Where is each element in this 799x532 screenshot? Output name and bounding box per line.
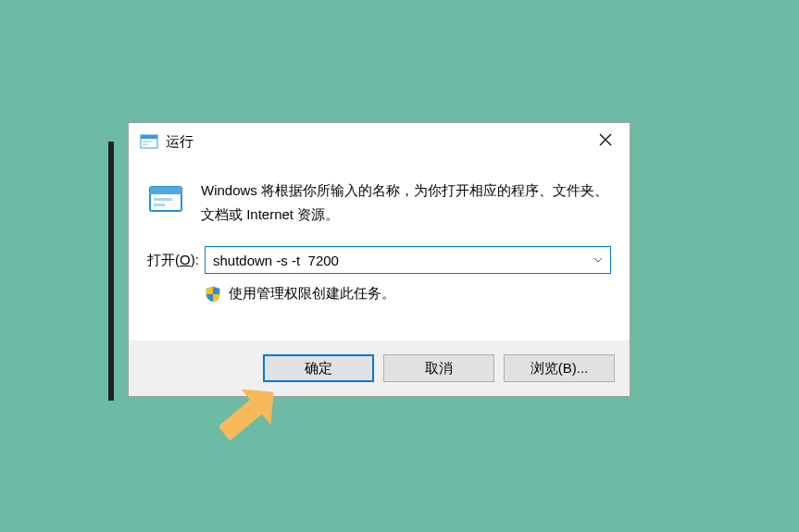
svg-marker-8	[219, 389, 284, 444]
svg-rect-3	[143, 143, 148, 145]
shield-icon	[205, 286, 221, 303]
dialog-body: Windows 将根据你所输入的名称，为你打开相应的程序、文件夹、文档或 Int…	[129, 160, 630, 303]
cancel-button[interactable]: 取消	[383, 354, 494, 382]
run-dialog: 运行 Windows 将根据你所输入的名称，为你打开相应的程序、文件夹、文档或 …	[128, 122, 630, 397]
chevron-down-icon[interactable]	[590, 257, 606, 263]
titlebar[interactable]: 运行	[129, 123, 630, 160]
background-window-edge	[108, 142, 114, 401]
open-input[interactable]	[213, 247, 590, 273]
annotation-arrow	[219, 389, 284, 444]
run-dialog-icon	[140, 132, 158, 151]
dialog-description: Windows 将根据你所输入的名称，为你打开相应的程序、文件夹、文档或 Int…	[201, 179, 611, 226]
svg-rect-6	[154, 198, 172, 201]
dialog-footer: 确定 取消 浏览(B)...	[129, 340, 630, 396]
svg-rect-5	[150, 187, 181, 194]
run-large-icon	[147, 180, 184, 217]
close-button[interactable]	[585, 126, 626, 154]
svg-rect-7	[154, 204, 165, 206]
open-combobox[interactable]	[205, 246, 611, 274]
dialog-title: 运行	[166, 133, 585, 151]
svg-rect-2	[143, 141, 152, 142]
ok-button[interactable]: 确定	[263, 354, 374, 382]
open-label: 打开(O):	[147, 252, 205, 269]
svg-rect-1	[141, 135, 157, 139]
admin-privilege-text: 使用管理权限创建此任务。	[229, 285, 395, 303]
browse-button[interactable]: 浏览(B)...	[504, 354, 615, 382]
